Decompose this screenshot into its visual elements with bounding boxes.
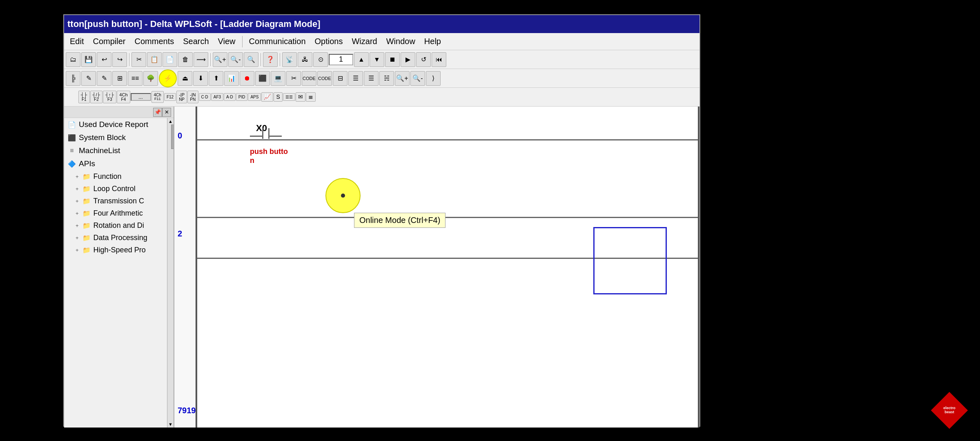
tb2-btn-17[interactable]: ✂: [286, 71, 301, 86]
btn-plc[interactable]: 🖧: [298, 52, 312, 67]
btn-comm[interactable]: ⊙: [313, 52, 328, 67]
fkey-s[interactable]: S: [274, 92, 282, 102]
fkey-f12[interactable]: F12: [164, 93, 176, 101]
fkey-list[interactable]: ☰☰: [283, 93, 295, 101]
btn-stop[interactable]: ⏹: [385, 52, 400, 67]
tb2-btn-1[interactable]: ╠: [66, 71, 80, 86]
btn-reset[interactable]: ↺: [416, 52, 431, 67]
tb2-btn-download[interactable]: ⬇: [193, 71, 208, 86]
line-num-7919: 7919: [178, 406, 196, 415]
tree-scroll[interactable]: 📄 Used Device Report ⬛ System Block ≡ Ma…: [64, 118, 167, 428]
btn-save[interactable]: 💾: [81, 52, 96, 67]
tb2-btn-upload[interactable]: ⬆: [209, 71, 223, 86]
fkey-last[interactable]: ≣: [306, 92, 316, 102]
tree-item-machine-list[interactable]: ≡ MachineList: [64, 144, 167, 157]
tree-item-loop-control[interactable]: + 📁 Loop Control: [64, 183, 167, 195]
fkey-np[interactable]: -|PNP: [176, 91, 187, 103]
tree-item-apis[interactable]: 🔷 APIs: [64, 157, 167, 170]
fkey-pid[interactable]: PID: [236, 93, 248, 101]
tb2-btn-code2[interactable]: CODE: [317, 71, 332, 86]
btn-zoom-fit[interactable]: 🔍: [244, 52, 258, 67]
btn-run[interactable]: ▶: [401, 52, 415, 67]
menu-options[interactable]: Options: [311, 35, 347, 48]
menu-view[interactable]: View: [214, 35, 240, 48]
tb2-btn-last[interactable]: ⟩: [426, 71, 441, 86]
btn-connect[interactable]: ⟿: [194, 52, 208, 67]
btn-zoom-out[interactable]: 🔍-: [228, 52, 243, 67]
toolbar-3: ┤├F1 ┤/├F2 ┤↑├F3 4ChF4 ... 4ChF11 F12 -|…: [64, 88, 699, 107]
tree-item-used-device-report[interactable]: 📄 Used Device Report: [64, 118, 167, 131]
fkey-f4[interactable]: 4ChF4: [117, 91, 130, 103]
tree-item-high-speed[interactable]: + 📁 High-Speed Pro: [64, 244, 167, 256]
tb2-btn-22[interactable]: ☵: [379, 71, 394, 86]
fkey-chart[interactable]: 📈: [261, 92, 273, 102]
btn-paste[interactable]: 📄: [163, 52, 177, 67]
btn-page-up[interactable]: ▲: [354, 52, 369, 67]
fkey-f2[interactable]: ┤/├F2: [90, 91, 103, 103]
tree-label-function: Function: [94, 172, 122, 181]
tree-item-four-arith[interactable]: + 📁 Four Arithmetic: [64, 207, 167, 219]
menu-help[interactable]: Help: [420, 35, 445, 48]
fkey-pn[interactable]: -|NPN: [187, 91, 198, 103]
tb2-btn-red[interactable]: ⏺: [240, 71, 254, 86]
folder-loop-icon: 📁: [82, 184, 91, 193]
tb2-btn-3[interactable]: ✎: [97, 71, 111, 86]
tree-item-transmission[interactable]: + 📁 Transmission C: [64, 195, 167, 207]
tb2-btn-2[interactable]: ✎: [81, 71, 96, 86]
fkey-f11[interactable]: 4ChF11: [151, 91, 164, 103]
btn-zoom-in[interactable]: 🔍+: [213, 52, 227, 67]
tb2-btn-chart[interactable]: 📊: [224, 71, 239, 86]
fkey-cd[interactable]: C·D: [199, 93, 211, 101]
tb2-btn-ladder[interactable]: ⊞: [112, 71, 127, 86]
tb2-btn-15[interactable]: ⬛: [255, 71, 270, 86]
panel-scrollbar[interactable]: ▲ ▼: [167, 118, 174, 428]
btn-redo[interactable]: ↪: [112, 52, 127, 67]
tb2-btn-table[interactable]: ≡≡: [128, 71, 143, 86]
menu-search[interactable]: Search: [179, 35, 213, 48]
page-number-input[interactable]: [329, 54, 353, 65]
btn-monitor[interactable]: 📡: [282, 52, 297, 67]
tb2-btn-search-minus[interactable]: 🔍-: [410, 71, 425, 86]
menu-edit[interactable]: Edit: [66, 35, 88, 48]
panel-close-btn[interactable]: ✕: [162, 108, 171, 117]
btn-cut[interactable]: ✂: [131, 52, 146, 67]
fkey-f3[interactable]: ┤↑├F3: [103, 91, 116, 103]
fkey-msg[interactable]: ✉: [296, 92, 305, 102]
tb2-btn-19[interactable]: ⊟: [333, 71, 347, 86]
tb2-btn-online[interactable]: ⚡: [159, 69, 177, 87]
tb2-btn-tree[interactable]: 🌳: [143, 71, 158, 86]
tree-item-data-proc[interactable]: + 📁 Data Processing: [64, 232, 167, 244]
tb2-btn-search-plus[interactable]: 🔍+: [395, 71, 410, 86]
panel-pin-btn[interactable]: 📌: [153, 108, 162, 117]
fkey-ellipsis[interactable]: ...: [131, 93, 151, 101]
tree-item-rotation[interactable]: + 📁 Rotation and Di: [64, 219, 167, 232]
menu-wizard[interactable]: Wizard: [347, 35, 381, 48]
btn-copy[interactable]: 📋: [147, 52, 162, 67]
fkey-f1[interactable]: ┤├F1: [78, 91, 90, 103]
btn-delete[interactable]: 🗑: [178, 52, 193, 67]
menu-window[interactable]: Window: [382, 35, 419, 48]
btn-open[interactable]: 🗂: [66, 52, 80, 67]
fkey-af3[interactable]: AF3: [211, 93, 223, 101]
menu-compiler[interactable]: Compiler: [89, 35, 129, 48]
tb2-btn-code[interactable]: CODE: [302, 71, 316, 86]
menu-comments[interactable]: Comments: [131, 35, 178, 48]
btn-help[interactable]: ❓: [263, 52, 278, 67]
tb2-btn-16[interactable]: 💻: [271, 71, 285, 86]
scroll-up-btn[interactable]: ▲: [167, 118, 174, 125]
tb2-btn-offline[interactable]: ⏏: [178, 71, 192, 86]
tb2-btn-21[interactable]: ☰: [364, 71, 379, 86]
fkey-ad[interactable]: A·D: [224, 93, 236, 101]
fkey-aps[interactable]: APS: [248, 93, 261, 101]
expand-function: +: [76, 174, 79, 180]
btn-page-down[interactable]: ▼: [370, 52, 384, 67]
tree-item-function[interactable]: + 📁 Function: [64, 170, 167, 183]
scroll-thumb[interactable]: [171, 125, 174, 149]
scroll-down-btn[interactable]: ▼: [167, 421, 174, 428]
btn-undo[interactable]: ↩: [97, 52, 111, 67]
folder-function-icon: 📁: [82, 172, 91, 181]
menu-communication[interactable]: Communication: [245, 35, 310, 48]
tree-item-system-block[interactable]: ⬛ System Block: [64, 131, 167, 144]
btn-back[interactable]: ⏮: [432, 52, 446, 67]
tb2-btn-20[interactable]: ☰: [348, 71, 363, 86]
